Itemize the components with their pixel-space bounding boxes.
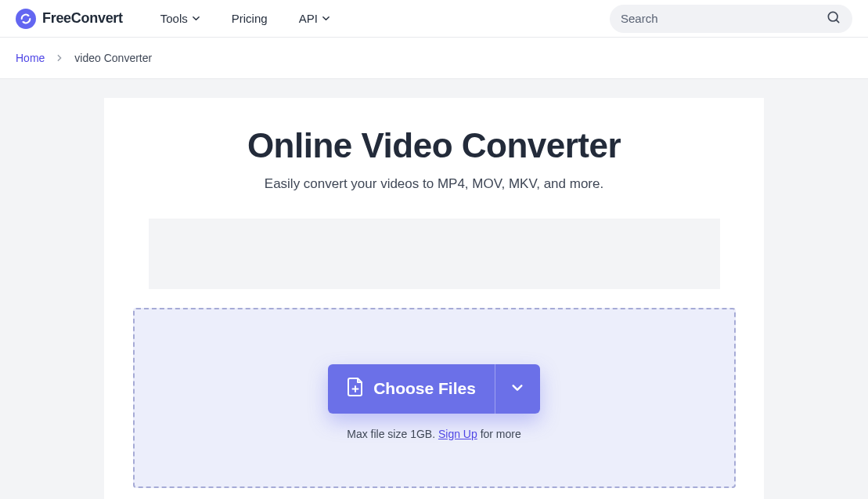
breadcrumb-current: video Converter — [74, 52, 152, 64]
logo-icon — [16, 9, 36, 29]
main-card: Online Video Converter Easily convert yo… — [104, 98, 764, 499]
chevron-down-icon — [511, 381, 524, 396]
nav-tools[interactable]: Tools — [160, 12, 200, 25]
ad-placeholder — [149, 219, 720, 289]
file-add-icon — [347, 377, 364, 401]
nav-api-label: API — [299, 12, 318, 25]
file-dropzone[interactable]: Choose Files Max file size 1GB. Sign Up … — [133, 308, 736, 488]
nav-api[interactable]: API — [299, 12, 330, 25]
choose-files-more-button[interactable] — [495, 364, 540, 414]
nav-pricing-label: Pricing — [232, 12, 268, 25]
page-subtitle: Easily convert your videos to MP4, MOV, … — [129, 176, 739, 192]
site-logo[interactable]: FreeConvert — [16, 9, 123, 29]
search-box[interactable] — [610, 5, 852, 33]
upload-hint-prefix: Max file size 1GB. — [347, 428, 438, 440]
signup-link[interactable]: Sign Up — [438, 428, 477, 440]
logo-free: Free — [42, 10, 71, 26]
chevron-down-icon — [322, 14, 330, 23]
choose-files-group: Choose Files — [328, 364, 540, 414]
upload-hint-suffix: for more — [477, 428, 521, 440]
logo-convert: Convert — [71, 10, 123, 26]
search-icon[interactable] — [826, 9, 841, 28]
choose-files-label: Choose Files — [373, 379, 476, 398]
logo-text: FreeConvert — [42, 10, 123, 27]
site-header: FreeConvert Tools Pricing API — [0, 0, 868, 38]
chevron-down-icon — [192, 14, 200, 23]
breadcrumb: Home video Converter — [0, 38, 868, 79]
page-body: Online Video Converter Easily convert yo… — [0, 79, 868, 499]
primary-nav: Tools Pricing API — [160, 12, 330, 25]
nav-tools-label: Tools — [160, 12, 188, 25]
nav-pricing[interactable]: Pricing — [232, 12, 268, 25]
choose-files-button[interactable]: Choose Files — [328, 364, 495, 414]
chevron-right-icon — [56, 54, 63, 62]
upload-hint: Max file size 1GB. Sign Up for more — [347, 428, 521, 440]
search-input[interactable] — [621, 12, 826, 25]
breadcrumb-home[interactable]: Home — [16, 52, 45, 64]
page-title: Online Video Converter — [129, 126, 739, 165]
